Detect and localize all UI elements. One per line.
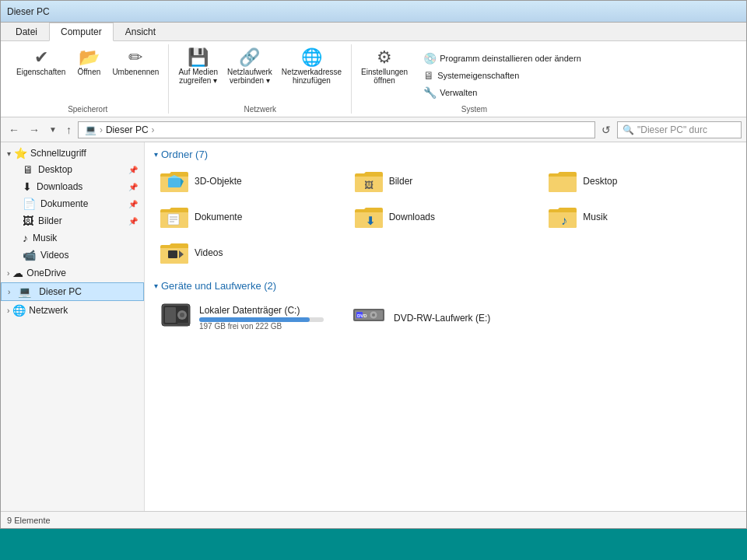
sidebar-item-bilder[interactable]: 🖼 Bilder 📌 xyxy=(1,212,144,229)
folder-bilder[interactable]: 🖼 Bilder xyxy=(349,166,543,196)
umbenennen-button[interactable]: ✏ Umbenennen xyxy=(109,47,162,78)
sidebar: ▾ ⭐ Schnellzugriff 🖥 Desktop 📌 ⬇ Downloa… xyxy=(1,142,145,511)
sidebar-section-netzwerk: › 🌐 Netzwerk xyxy=(1,303,144,318)
sidebar-item-musik[interactable]: ♪ Musik xyxy=(1,229,144,247)
netzwerk-sidebar-label: Netzwerk xyxy=(29,305,68,316)
folder-dokumente-icon xyxy=(160,206,188,228)
folders-section-header[interactable]: ▾ Ordner (7) xyxy=(154,149,737,160)
search-box[interactable]: 🔍 "Dieser PC" durc xyxy=(617,121,742,138)
svg-rect-0 xyxy=(168,178,181,187)
devices-section-header[interactable]: ▾ Geräte und Laufwerke (2) xyxy=(154,280,737,292)
einstellungen-button[interactable]: ⚙ Einstellungenöffnen xyxy=(358,47,411,86)
device-e-drive[interactable]: DVD DVD-RW-Laufwerk (E:) xyxy=(345,298,496,338)
up-button[interactable]: ▼ xyxy=(46,124,60,135)
device-c-drive[interactable]: Lokaler Datenträger (C:) 197 GB frei von… xyxy=(154,298,330,338)
sidebar-header-schnellzugriff[interactable]: ▾ ⭐ Schnellzugriff xyxy=(1,145,144,161)
netzwerkadresse-button[interactable]: 🌐 Netzwerkadressehinzufügen xyxy=(279,47,345,86)
folder-videos[interactable]: Videos xyxy=(154,238,349,268)
oeffnen-button[interactable]: 📂 Öffnen xyxy=(72,47,106,78)
c-drive-name: Lokaler Datenträger (C:) xyxy=(199,305,324,316)
refresh-button[interactable]: ↺ xyxy=(598,122,614,138)
folder-downloads-label: Downloads xyxy=(389,212,435,222)
folder-3d-icon xyxy=(160,170,188,192)
eigenschaften-button[interactable]: ✔ Eigenschaften xyxy=(13,47,68,78)
svg-text:DVD: DVD xyxy=(357,313,367,318)
videos-icon: 📹 xyxy=(23,249,36,261)
einstellungen-icon: ⚙ xyxy=(377,49,392,66)
downloads-label: Downloads xyxy=(37,181,82,192)
dokumente-label: Dokumente xyxy=(40,198,88,209)
chevron-right-icon: › xyxy=(7,269,9,278)
systemeigenschaften-icon: 🖥 xyxy=(423,69,434,82)
folder-3d-objekte[interactable]: 3D-Objekte xyxy=(154,166,349,196)
systemeigenschaften-button[interactable]: 🖥 Systemeigenschaften xyxy=(420,68,584,83)
hdd-icon xyxy=(160,301,191,334)
tab-datei[interactable]: Datei xyxy=(4,23,49,40)
folder-downloads-icon: ⬇ xyxy=(355,206,383,228)
folder-videos-label: Videos xyxy=(195,247,223,258)
dokumente-icon: 📄 xyxy=(23,198,36,210)
sidebar-header-onedrive[interactable]: › ☁ OneDrive xyxy=(1,265,144,281)
tab-computer[interactable]: Computer xyxy=(49,23,114,41)
auf-medien-button[interactable]: 💾 Auf Medienzugreifen ▾ xyxy=(175,47,221,86)
chevron-right-icon2: › xyxy=(7,306,9,315)
folder-musik-icon: ♪ xyxy=(549,206,577,228)
folders-grid: 3D-Objekte 🖼 Bilder xyxy=(154,166,737,268)
musik-label: Musik xyxy=(33,233,57,243)
folder-dokumente-label: Dokumente xyxy=(195,212,242,222)
titlebar: Dieser PC xyxy=(1,1,746,23)
address-box[interactable]: 💻 › Dieser PC › xyxy=(78,121,595,138)
svg-rect-10 xyxy=(168,250,177,258)
dieser-pc-label: Dieser PC xyxy=(39,286,82,297)
verwalten-icon: 🔧 xyxy=(423,86,437,99)
folder-downloads[interactable]: ⬇ Downloads xyxy=(349,202,543,232)
umbenennen-icon: ✏ xyxy=(128,49,142,66)
sidebar-section-onedrive: › ☁ OneDrive xyxy=(1,265,144,281)
eigenschaften-icon: ✔ xyxy=(34,49,48,66)
tab-ansicht[interactable]: Ansicht xyxy=(114,23,167,40)
statusbar: 9 Elemente xyxy=(1,511,746,528)
auf-medien-icon: 💾 xyxy=(188,49,209,66)
parent-button[interactable]: ↑ xyxy=(63,122,75,138)
ribbon-tabs: Datei Computer Ansicht xyxy=(1,23,746,41)
folder-dokumente[interactable]: Dokumente xyxy=(154,202,349,232)
sidebar-item-dokumente[interactable]: 📄 Dokumente 📌 xyxy=(1,195,144,212)
speicherort-label: Speicherort xyxy=(68,103,107,114)
chevron-down-icon4: ▾ xyxy=(154,282,158,290)
musik-icon: ♪ xyxy=(23,232,28,244)
status-text: 9 Elemente xyxy=(7,516,51,525)
sidebar-section-dieser-pc: › 💻 Dieser PC xyxy=(1,282,144,301)
folder-bilder-icon: 🖼 xyxy=(355,170,383,192)
ribbon-group-system: ⚙ Einstellungenöffnen 💿 Programm deinsta… xyxy=(352,44,597,114)
folder-bilder-label: Bilder xyxy=(389,176,413,187)
content-area: ▾ Ordner (7) 3D-Objekte xyxy=(145,142,746,511)
forward-button[interactable]: → xyxy=(26,122,43,138)
chevron-down-icon2: › xyxy=(8,288,10,296)
sidebar-item-videos[interactable]: 📹 Videos xyxy=(1,247,144,264)
onedrive-label: OneDrive xyxy=(26,268,66,278)
folder-desktop[interactable]: Desktop xyxy=(542,166,737,196)
verwalten-button[interactable]: 🔧 Verwalten xyxy=(420,85,584,100)
sidebar-header-dieser-pc[interactable]: › 💻 Dieser PC xyxy=(1,282,144,301)
folder-musik-label: Musik xyxy=(583,212,607,222)
bilder-label: Bilder xyxy=(38,215,62,226)
explorer-window: Dieser PC Datei Computer Ansicht ✔ Eigen… xyxy=(0,0,747,529)
svg-text:⬇: ⬇ xyxy=(366,215,375,227)
svg-point-23 xyxy=(372,313,375,317)
folder-musik[interactable]: ♪ Musik xyxy=(542,202,737,232)
back-button[interactable]: ← xyxy=(5,122,23,138)
programm-button[interactable]: 💿 Programm deinstallieren oder ändern xyxy=(420,51,584,66)
downloads-icon: ⬇ xyxy=(23,180,32,193)
netzwerkadresse-icon: 🌐 xyxy=(301,49,322,66)
folder-3d-label: 3D-Objekte xyxy=(195,176,242,187)
netzlaufwerk-button[interactable]: 🔗 Netzlaufwerkverbinden ▾ xyxy=(224,47,275,86)
titlebar-title: Dieser PC xyxy=(7,6,740,17)
netzlaufwerk-icon: 🔗 xyxy=(239,49,260,66)
ribbon-group-speicherort: ✔ Eigenschaften 📂 Öffnen ✏ Umbenennen Sp… xyxy=(7,44,169,114)
address-path: Dieser PC xyxy=(106,124,149,135)
search-placeholder: "Dieser PC" durc xyxy=(637,124,707,135)
system-label: System xyxy=(461,103,487,114)
sidebar-header-netzwerk[interactable]: › 🌐 Netzwerk xyxy=(1,303,144,318)
sidebar-item-desktop[interactable]: 🖥 Desktop 📌 xyxy=(1,161,144,178)
sidebar-item-downloads[interactable]: ⬇ Downloads 📌 xyxy=(1,178,144,195)
